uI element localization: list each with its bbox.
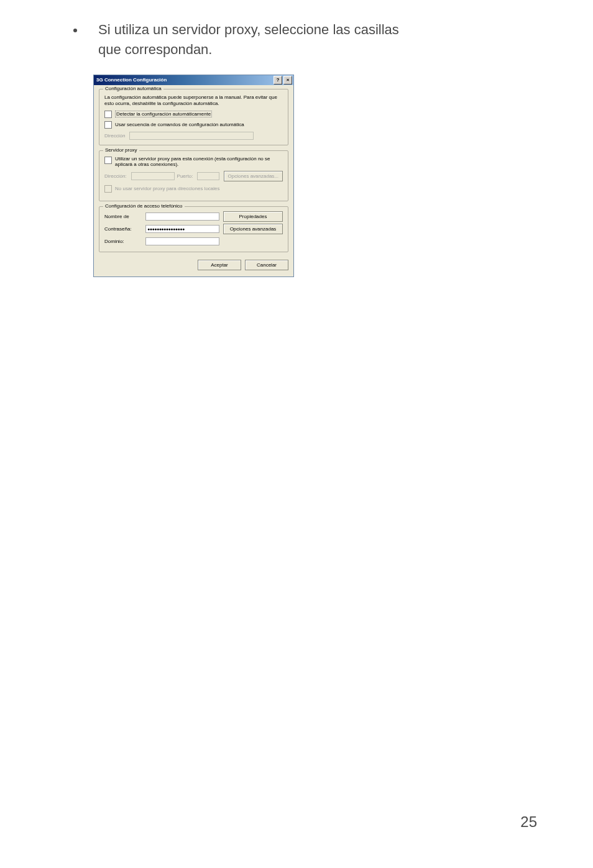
cancel-button[interactable]: Cancelar [245,260,288,270]
password-input[interactable]: ●●●●●●●●●●●●●●●● [145,225,219,233]
auto-config-group: Configuración automática La configuració… [99,89,288,145]
proxy-group: Servidor proxy Utilizar un servidor prox… [99,150,288,201]
proxy-port-label: Puerto: [177,173,193,179]
auto-address-label: Dirección [104,133,125,139]
use-proxy-checkbox[interactable] [104,157,112,164]
proxy-port-input [197,172,219,180]
use-script-label: Usar secuencia de comandos de configurac… [115,122,244,127]
domain-input[interactable] [145,237,219,245]
auto-config-legend: Configuración automática [103,86,163,91]
dialog-title: 3G Connection Configuración [96,77,272,83]
proxy-advanced-button: Opciones avanzadas... [224,171,283,181]
auto-address-input [129,132,254,140]
ok-button[interactable]: Aceptar [198,260,241,270]
domain-label: Dominio: [104,239,142,244]
username-input[interactable] [145,212,219,221]
settings-dialog: 3G Connection Configuración ? × Configur… [93,75,294,277]
detect-auto-label: Detectar la configuración automáticament… [115,111,212,117]
instruction-text: Si utiliza un servidor proxy, seleccione… [98,20,421,60]
auto-config-description: La configuración automática puede superp… [104,94,283,107]
dialup-group: Configuración de acceso telefónico Nombr… [99,206,288,252]
bypass-local-checkbox [104,185,112,193]
properties-button[interactable]: Propiedades [223,211,283,222]
dialog-titlebar: 3G Connection Configuración ? × [94,75,293,85]
use-proxy-label: Utilizar un servidor proxy para esta con… [115,156,283,167]
bypass-local-label: No usar servidor proxy para direcciones … [115,186,220,191]
close-button[interactable]: × [283,76,292,85]
detect-auto-checkbox[interactable] [104,111,112,118]
proxy-address-label: Dirección: [104,173,127,179]
dialup-legend: Configuración de acceso telefónico [103,203,185,209]
help-button[interactable]: ? [274,76,282,85]
proxy-legend: Servidor proxy [103,147,139,153]
page-number: 25 [520,813,537,831]
dialup-advanced-button[interactable]: Opciones avanzadas [223,224,283,234]
instruction-bullet-row: Si utiliza un servidor proxy, seleccione… [56,20,537,60]
use-script-checkbox[interactable] [104,121,112,129]
bullet-icon [73,29,77,32]
password-label: Contraseña: [104,226,142,232]
proxy-address-input [131,172,175,180]
username-label: Nombre de [104,214,142,219]
